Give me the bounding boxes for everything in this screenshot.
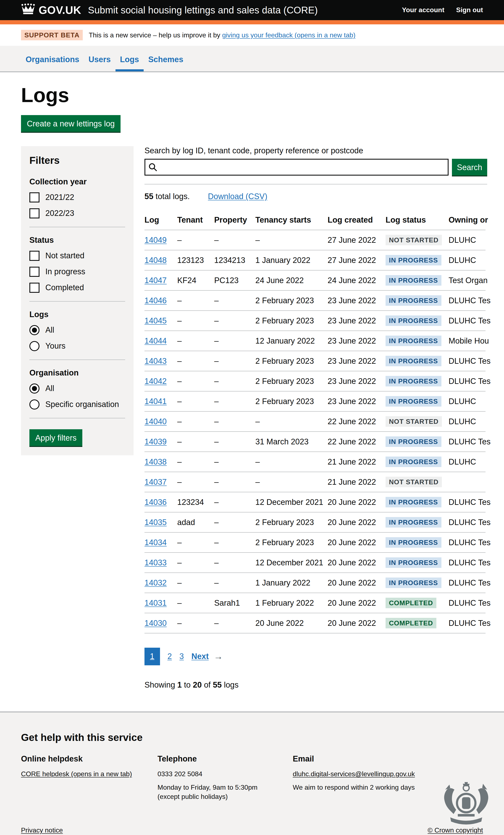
log-link[interactable]: 14045 [144,316,167,325]
search-input[interactable] [144,159,448,176]
nav-tab-users[interactable]: Users [84,46,116,72]
filter-group-label: Status [29,236,125,245]
cell-tenant: – [177,613,214,633]
checkbox-control[interactable] [29,192,39,202]
checkbox-2021-22[interactable]: 2021/22 [29,192,125,202]
pagination-next-link[interactable]: Next [191,652,208,661]
log-link[interactable]: 14041 [144,397,167,406]
email-link[interactable]: dluhc.digital-services@levellingup.gov.u… [293,770,415,777]
nav-tab-label[interactable]: Users [84,46,116,72]
status-tag: COMPLETED [386,618,436,628]
cell-tenancy-starts: 2 February 2023 [255,351,328,371]
status-tag: IN PROGRESS [386,577,441,588]
log-link[interactable]: 14034 [144,538,167,547]
log-link[interactable]: 14031 [144,598,167,607]
checkbox-control[interactable] [29,251,39,261]
privacy-notice-link[interactable]: Privacy notice [21,826,63,835]
pagination-page-2[interactable]: 2 [167,652,172,661]
cell-tenancy-starts: – [255,452,328,472]
cell-tenant: KF24 [177,270,214,290]
radio-control[interactable] [29,400,39,409]
log-link[interactable]: 14044 [144,336,167,345]
create-lettings-log-button[interactable]: Create a new lettings log [21,115,121,132]
cell-log-status: COMPLETED [386,613,448,633]
radio-control[interactable] [29,325,39,335]
core-helpdesk-link[interactable]: CORE helpdesk (opens in a new tab) [21,770,132,777]
checkbox-control[interactable] [29,283,39,293]
column-header-log-created: Log created [328,210,386,230]
nav-tab-label[interactable]: Logs [115,46,144,72]
govuk-logo[interactable]: GOV.UK [21,3,81,17]
nav-tab-organisations[interactable]: Organisations [21,46,84,72]
radio-control[interactable] [29,384,39,393]
log-link[interactable]: 14039 [144,437,167,446]
table-row: 14049–––27 June 2022NOT STARTEDDLUHC [144,230,485,250]
log-link[interactable]: 14048 [144,256,167,264]
checkbox-2022-23[interactable]: 2022/23 [29,208,125,219]
divider [144,184,487,184]
radio-all[interactable]: All [29,384,125,393]
download-csv-link[interactable]: Download (CSV) [208,192,267,201]
status-tag: IN PROGRESS [386,396,441,407]
log-link[interactable]: 14042 [144,376,167,385]
option-label: Not started [45,251,84,260]
cell-log: 14034 [144,532,177,552]
apply-filters-button[interactable]: Apply filters [29,429,82,446]
log-link[interactable]: 14032 [144,578,167,587]
log-link[interactable]: 14046 [144,296,167,305]
pagination-page-3[interactable]: 3 [179,652,184,661]
log-link[interactable]: 14038 [144,457,167,466]
checkbox-not-started[interactable]: Not started [29,251,125,261]
cell-log: 14040 [144,411,177,432]
service-name[interactable]: Submit social housing lettings and sales… [88,4,318,16]
cell-property: – [214,532,255,552]
cell-log: 14046 [144,290,177,311]
cell-property: – [214,351,255,371]
checkbox-control[interactable] [29,267,39,277]
log-link[interactable]: 14049 [144,236,167,244]
checkbox-completed[interactable]: Completed [29,283,125,293]
log-link[interactable]: 14030 [144,618,167,627]
pagination: 123Next→ [144,648,483,665]
pagination-page-1[interactable]: 1 [144,648,160,665]
filters-panel: Filters Collection year2021/222022/23Sta… [21,146,134,455]
log-link[interactable]: 14047 [144,276,167,285]
nav-tab-label[interactable]: Schemes [144,46,188,72]
cell-log-created: 22 June 2022 [328,411,386,432]
cell-tenant: 123123 [177,250,214,270]
radio-specific-organisation[interactable]: Specific organisation [29,400,125,409]
cell-log-status: IN PROGRESS [386,552,448,573]
cell-tenant: – [177,331,214,351]
checkbox-control[interactable] [29,208,39,219]
radio-control[interactable] [29,341,39,351]
cell-log-status: IN PROGRESS [386,532,448,552]
nav-tab-schemes[interactable]: Schemes [144,46,188,72]
log-link[interactable]: 14043 [144,357,167,365]
cell-property: – [214,311,255,331]
radio-yours[interactable]: Yours [29,341,125,351]
cell-log-status: IN PROGRESS [386,492,448,512]
option-label: Yours [45,342,65,351]
cell-owning-organisation: DLUHC Tes [448,432,485,452]
filter-group-label: Logs [29,310,125,319]
search-button[interactable]: Search [452,159,487,176]
log-link[interactable]: 14036 [144,497,167,506]
cell-tenancy-starts: 31 March 2023 [255,432,328,452]
log-link[interactable]: 14037 [144,477,167,486]
feedback-link[interactable]: giving us your feedback (opens in a new … [222,31,356,38]
cell-log-status: IN PROGRESS [386,331,448,351]
cell-log: 14045 [144,311,177,331]
checkbox-in-progress[interactable]: In progress [29,267,125,277]
log-link[interactable]: 14040 [144,417,167,426]
log-link[interactable]: 14033 [144,558,167,567]
radio-all[interactable]: All [29,325,125,335]
nav-tab-logs[interactable]: Logs [115,46,144,72]
your-account-link[interactable]: Your account [402,6,444,14]
log-link[interactable]: 14035 [144,518,167,527]
cell-log: 14048 [144,250,177,270]
nav-tab-label[interactable]: Organisations [21,46,84,72]
logs-table: LogTenantPropertyTenancy startsLog creat… [144,210,485,633]
phase-banner: SUPPORT BETA This is a new service – hel… [0,24,504,46]
sign-out-link[interactable]: Sign out [456,6,483,14]
cell-property: – [214,452,255,472]
